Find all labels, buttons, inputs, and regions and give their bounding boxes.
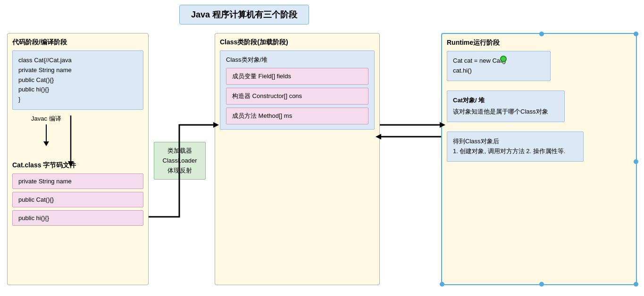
bytecode-title: Cat.class 字节码文件 — [12, 161, 143, 170]
phase-1: 代码阶段/编译阶段 class Cat{//Cat.java private S… — [7, 33, 149, 285]
bytecode-item-2: public Cat(){} — [12, 192, 143, 207]
bytecode-item-3: public hi(){} — [12, 210, 143, 226]
reflection-title: 得到Class对象后 — [453, 137, 577, 147]
runtime-line-1: Cat cat = new Cat() — [453, 56, 544, 66]
phase-1-title: 代码阶段/编译阶段 — [12, 38, 143, 47]
field-item: 成员变量 Field[] fields — [226, 68, 368, 85]
title-text: Java 程序计算机有三个阶段 — [191, 10, 297, 19]
code-line-5: } — [18, 95, 137, 105]
phase-2-title: Class类阶段(加载阶段) — [220, 38, 375, 47]
dot-bottom-right — [634, 282, 638, 287]
reflection-box: 得到Class对象后 1. 创建对象, 调用对方方法 2. 操作属性等. — [447, 132, 584, 162]
dot-right-mid — [634, 159, 638, 164]
javac-area: Javac 编译 — [31, 115, 143, 142]
classloader-area: 类加载器 ClassLoader 体现反射 — [154, 142, 206, 180]
phase-3-title: Runtime运行阶段 — [447, 39, 631, 47]
javac-label: Javac 编译 — [31, 115, 61, 123]
cat-obj-box: Cat对象/ 堆 该对象知道他是属于哪个Class对象 — [447, 90, 565, 123]
reflection-desc: 1. 创建对象, 调用对方方法 2. 操作属性等. — [453, 147, 577, 156]
green-dot-indicator — [500, 56, 507, 62]
dot-top-right — [634, 32, 638, 36]
cat-obj-desc: 该对象知道他是属于哪个Class对象 — [453, 107, 559, 117]
cat-obj-title: Cat对象/ 堆 — [453, 96, 559, 106]
class-obj-box: Class类对象/堆 成员变量 Field[] fields 构造器 Const… — [220, 50, 375, 130]
runtime-line-2: cat.hi() — [453, 66, 544, 76]
dot-bottom-mid — [539, 282, 544, 287]
phase-3: Runtime运行阶段 Cat cat = new Cat() cat.hi()… — [441, 33, 637, 285]
classloader-box: 类加载器 ClassLoader 体现反射 — [154, 142, 206, 180]
code-box: class Cat{//Cat.java private String name… — [12, 50, 143, 110]
method-item: 成员方法 Method[] ms — [226, 107, 368, 124]
code-line-3: public Cat(){} — [18, 75, 137, 85]
runtime-code-box: Cat cat = new Cat() cat.hi() — [447, 51, 551, 81]
dot-top-mid — [539, 32, 544, 36]
code-line-4: public hi(){} — [18, 85, 137, 95]
main-container: Java 程序计算机有三个阶段 代码阶段/编译阶段 class Cat{//Ca… — [0, 0, 644, 296]
code-line-2: private String name — [18, 66, 137, 75]
class-obj-title: Class类对象/堆 — [226, 56, 368, 64]
constructor-item: 构造器 Constructor[] cons — [226, 88, 368, 105]
bytecode-item-1: private String name — [12, 173, 143, 189]
bytecode-section: Cat.class 字节码文件 private String name publ… — [12, 161, 143, 226]
dot-bottom-left — [440, 282, 444, 287]
phase-2: Class类阶段(加载阶段) Class类对象/堆 成员变量 Field[] f… — [215, 33, 380, 285]
main-title: Java 程序计算机有三个阶段 — [179, 5, 309, 25]
code-line-1: class Cat{//Cat.java — [18, 56, 137, 66]
